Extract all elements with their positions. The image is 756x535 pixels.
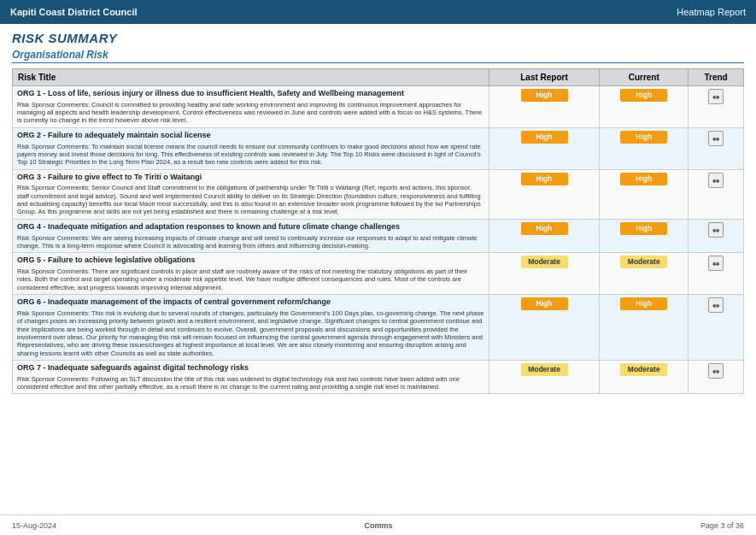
table-row: ORG 6 - Inadequate management of the imp… bbox=[13, 295, 744, 361]
current-badge: High bbox=[620, 297, 667, 310]
current-cell: High bbox=[600, 295, 689, 361]
risk-title-cell: ORG 5 - Failure to achieve legislative o… bbox=[13, 253, 489, 295]
trend-cell: ⇔ bbox=[689, 295, 744, 361]
footer: 15-Aug-2024 Comms Page 3 of 36 bbox=[0, 514, 756, 535]
current-badge: High bbox=[620, 173, 667, 185]
last-report-cell: Moderate bbox=[489, 361, 600, 394]
risk-summary-title: RISK SUMMARY bbox=[12, 31, 744, 45]
risk-title-text: ORG 2 - Failure to adequately maintain s… bbox=[17, 131, 484, 141]
risk-desc-text: Risk Sponsor Comments: This risk is evol… bbox=[17, 309, 484, 357]
last-report-badge: High bbox=[521, 297, 568, 310]
col-header-trend: Trend bbox=[689, 69, 744, 86]
table-row: ORG 3 - Failure to give effect to Te Tir… bbox=[13, 169, 744, 219]
col-header-title: Risk Title bbox=[13, 69, 489, 86]
table-row: ORG 5 - Failure to achieve legislative o… bbox=[13, 253, 744, 295]
header-left: Kapiti Coast District Council bbox=[10, 7, 138, 17]
footer-date: 15-Aug-2024 bbox=[12, 521, 56, 530]
risk-title-text: ORG 1 - Loss of life, serious injury or … bbox=[17, 89, 484, 99]
current-badge: Moderate bbox=[620, 256, 667, 268]
risk-desc-text: Risk Sponsor Comments: There are signifi… bbox=[17, 268, 484, 291]
trend-cell: ⇔ bbox=[689, 127, 744, 169]
risk-title-text: ORG 5 - Failure to achieve legislative o… bbox=[17, 256, 484, 266]
trend-icon: ⇔ bbox=[708, 131, 724, 146]
current-cell: High bbox=[600, 86, 689, 128]
last-report-badge: Moderate bbox=[521, 256, 568, 268]
trend-icon: ⇔ bbox=[708, 363, 724, 379]
footer-page: Page 3 of 36 bbox=[700, 521, 744, 530]
current-cell: Moderate bbox=[600, 361, 689, 394]
last-report-badge: High bbox=[521, 131, 568, 144]
last-report-badge: High bbox=[521, 173, 568, 185]
trend-cell: ⇔ bbox=[689, 361, 744, 394]
trend-icon: ⇔ bbox=[708, 256, 724, 271]
risk-title-cell: ORG 4 - Inadequate mitigation and adapta… bbox=[13, 219, 489, 252]
table-row: ORG 7 - Inadequate safeguards against di… bbox=[13, 361, 744, 394]
current-cell: Moderate bbox=[600, 253, 689, 295]
last-report-cell: High bbox=[489, 86, 600, 128]
table-row: ORG 4 - Inadequate mitigation and adapta… bbox=[13, 219, 744, 252]
last-report-cell: High bbox=[489, 219, 600, 252]
risk-title-cell: ORG 1 - Loss of life, serious injury or … bbox=[13, 86, 489, 128]
table-row: ORG 2 - Failure to adequately maintain s… bbox=[13, 127, 744, 169]
trend-icon: ⇔ bbox=[708, 173, 724, 188]
risk-title-text: ORG 3 - Failure to give effect to Te Tir… bbox=[17, 173, 484, 183]
risk-title-text: ORG 4 - Inadequate mitigation and adapta… bbox=[17, 222, 484, 232]
current-badge: High bbox=[620, 131, 667, 144]
table-row: ORG 1 - Loss of life, serious injury or … bbox=[13, 86, 744, 128]
risk-desc-text: Risk Sponsor Comments: We are seeing inc… bbox=[17, 234, 484, 250]
main-content: RISK SUMMARY Organisational Risk Risk Ti… bbox=[0, 24, 756, 397]
risk-desc-text: Risk Sponsor Comments: Council is commit… bbox=[17, 101, 484, 125]
trend-cell: ⇔ bbox=[689, 219, 744, 252]
trend-cell: ⇔ bbox=[689, 253, 744, 295]
risk-table: Risk Title Last Report Current Trend ORG… bbox=[12, 68, 744, 394]
risk-title-cell: ORG 2 - Failure to adequately maintain s… bbox=[13, 127, 489, 169]
footer-center: Comms bbox=[364, 521, 392, 530]
current-cell: High bbox=[600, 127, 689, 169]
risk-title-text: ORG 6 - Inadequate management of the imp… bbox=[17, 297, 484, 308]
trend-cell: ⇔ bbox=[689, 86, 744, 128]
risk-title-text: ORG 7 - Inadequate safeguards against di… bbox=[17, 363, 484, 373]
header: Kapiti Coast District Council Heatmap Re… bbox=[0, 0, 756, 24]
last-report-cell: High bbox=[489, 295, 600, 361]
risk-title-cell: ORG 3 - Failure to give effect to Te Tir… bbox=[13, 169, 489, 219]
last-report-cell: High bbox=[489, 127, 600, 169]
last-report-cell: Moderate bbox=[489, 253, 600, 295]
trend-icon: ⇔ bbox=[708, 297, 724, 313]
risk-title-cell: ORG 6 - Inadequate management of the imp… bbox=[13, 295, 489, 361]
risk-desc-text: Risk Sponsor Comments: Senior Council an… bbox=[17, 184, 484, 216]
col-header-current: Current bbox=[600, 69, 689, 86]
last-report-badge: High bbox=[521, 222, 568, 235]
last-report-cell: High bbox=[489, 169, 600, 219]
risk-desc-text: Risk Sponsor Comments: Following an SLT … bbox=[17, 375, 484, 391]
current-badge: High bbox=[620, 89, 667, 102]
current-cell: High bbox=[600, 219, 689, 252]
current-badge: Moderate bbox=[620, 363, 667, 376]
trend-cell: ⇔ bbox=[689, 169, 744, 219]
risk-title-cell: ORG 7 - Inadequate safeguards against di… bbox=[13, 361, 489, 394]
trend-icon: ⇔ bbox=[708, 222, 724, 238]
risk-desc-text: Risk Sponsor Comments: To maintain socia… bbox=[17, 143, 484, 167]
last-report-badge: High bbox=[521, 89, 568, 102]
current-cell: High bbox=[600, 169, 689, 219]
col-header-last: Last Report bbox=[489, 69, 600, 86]
current-badge: High bbox=[620, 222, 667, 235]
last-report-badge: Moderate bbox=[521, 363, 568, 376]
header-right: Heatmap Report bbox=[677, 7, 746, 17]
trend-icon: ⇔ bbox=[708, 89, 724, 104]
org-risk-title: Organisational Risk bbox=[12, 49, 744, 63]
